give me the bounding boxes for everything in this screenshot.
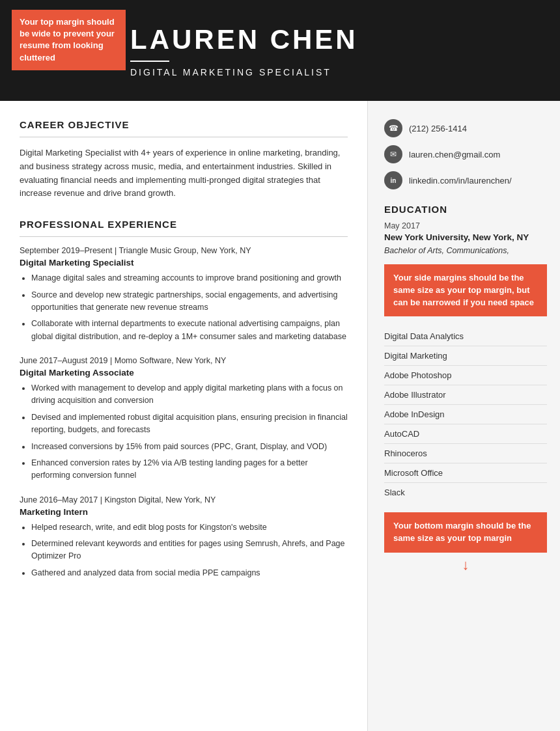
- exp-bullet-2-2: Devised and implemented robust digital a…: [31, 411, 348, 437]
- experience-entry-2: June 2017–August 2019 | Momo Software, N…: [20, 356, 348, 482]
- phone-item: ☎ (212) 256-1414: [384, 119, 547, 137]
- education-title: EDUCATION: [384, 204, 547, 215]
- skill-item-2: Digital Marketing: [384, 346, 547, 366]
- resume-header: Your top margin should be wide to preven…: [0, 0, 560, 101]
- header-divider: [130, 61, 169, 62]
- resume-page: ↑ Your top margin should be wide to prev…: [0, 0, 560, 731]
- skill-item-7: Rhinoceros: [384, 444, 547, 463]
- experience-section: PROFESSIONAL EXPERIENCE September 2019–P…: [20, 219, 348, 579]
- skill-item-4: Adobe Illustrator: [384, 385, 547, 405]
- education-section: EDUCATION May 2017 New York University, …: [384, 204, 547, 255]
- skill-item-3: Adobe Photoshop: [384, 366, 547, 385]
- exp-role-1: Digital Marketing Specialist: [20, 258, 348, 268]
- bottom-margin-arrow: ↓: [384, 557, 547, 573]
- experience-title: PROFESSIONAL EXPERIENCE: [20, 219, 348, 230]
- header-name: LAUREN CHEN: [130, 24, 540, 55]
- right-column: ☎ (212) 256-1414 ✉ lauren.chen@gmail.com…: [368, 101, 560, 731]
- skill-item-8: Microsoft Office: [384, 463, 547, 483]
- skill-item-6: AutoCAD: [384, 424, 547, 444]
- exp-bullets-3: Helped research, write, and edit blog po…: [20, 521, 348, 580]
- linkedin-icon: in: [384, 171, 402, 189]
- skill-item-9: Slack: [384, 483, 547, 502]
- exp-bullet-3-1: Helped research, write, and edit blog po…: [31, 521, 348, 534]
- side-margin-annotation: Your side margins should be the same siz…: [384, 264, 547, 317]
- exp-meta-1: September 2019–Present | Triangle Music …: [20, 246, 348, 255]
- exp-meta-3: June 2016–May 2017 | Kingston Digital, N…: [20, 495, 348, 504]
- experience-divider: [20, 236, 348, 237]
- education-school: New York University, New York, NY: [384, 232, 547, 244]
- phone-text: (212) 256-1414: [409, 124, 467, 133]
- header-title: DIGITAL MARKETING SPECIALIST: [130, 67, 540, 77]
- exp-bullet-2-3: Increased conversions by 15% from paid s…: [31, 441, 348, 453]
- main-content: CAREER OBJECTIVE Digital Marketing Speci…: [0, 101, 560, 731]
- exp-bullet-1-1: Manage digital sales and streaming accou…: [31, 272, 348, 284]
- exp-bullets-1: Manage digital sales and streaming accou…: [20, 272, 348, 343]
- experience-entry-1: September 2019–Present | Triangle Music …: [20, 246, 348, 343]
- education-degree: Bachelor of Arts, Communications,: [384, 246, 547, 255]
- exp-bullet-3-2: Determined relevant keywords and entitie…: [31, 538, 348, 563]
- exp-bullet-2-1: Worked with management to develop and ap…: [31, 382, 348, 407]
- top-margin-annotation: Your top margin should be wide to preven…: [12, 10, 126, 70]
- skill-item-5: Adobe InDesign: [384, 405, 547, 424]
- career-objective-text: Digital Marketing Specialist with 4+ yea…: [20, 146, 348, 200]
- phone-icon: ☎: [384, 119, 402, 137]
- exp-bullet-1-3: Collaborate with internal departments to…: [31, 318, 348, 343]
- exp-bullet-3-3: Gathered and analyzed data from social m…: [31, 567, 348, 579]
- career-objective-title: CAREER OBJECTIVE: [20, 119, 348, 130]
- experience-entry-3: June 2016–May 2017 | Kingston Digital, N…: [20, 495, 348, 580]
- email-icon: ✉: [384, 145, 402, 163]
- career-objective-divider: [20, 137, 348, 137]
- email-item: ✉ lauren.chen@gmail.com: [384, 145, 547, 163]
- linkedin-item: in linkedin.com/in/laurenchen/: [384, 171, 547, 189]
- bottom-margin-annotation: Your bottom margin should be the same si…: [384, 512, 547, 553]
- linkedin-text: linkedin.com/in/laurenchen/: [409, 176, 512, 186]
- email-text: lauren.chen@gmail.com: [409, 150, 500, 159]
- exp-meta-2: June 2017–August 2019 | Momo Software, N…: [20, 356, 348, 365]
- exp-role-3: Marketing Intern: [20, 507, 348, 517]
- skill-item-1: Digital Data Analytics: [384, 327, 547, 346]
- contact-section: ☎ (212) 256-1414 ✉ lauren.chen@gmail.com…: [384, 119, 547, 189]
- education-date: May 2017: [384, 221, 547, 230]
- exp-bullet-1-2: Source and develop new strategic partner…: [31, 289, 348, 314]
- exp-role-2: Digital Marketing Associate: [20, 368, 348, 378]
- skills-section: Digital Data Analytics Digital Marketing…: [384, 327, 547, 502]
- left-column: CAREER OBJECTIVE Digital Marketing Speci…: [0, 101, 368, 731]
- exp-bullets-2: Worked with management to develop and ap…: [20, 382, 348, 482]
- career-objective-section: CAREER OBJECTIVE Digital Marketing Speci…: [20, 119, 348, 200]
- exp-bullet-2-4: Enhanced conversion rates by 12% via A/B…: [31, 457, 348, 482]
